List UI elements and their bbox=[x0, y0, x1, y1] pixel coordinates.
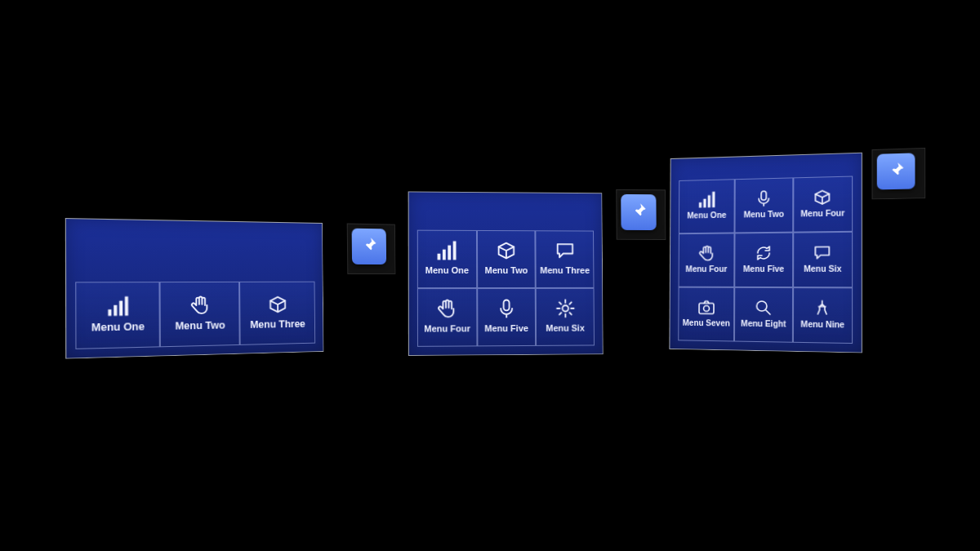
pin-button[interactable] bbox=[352, 229, 387, 264]
menu-label: Menu Two bbox=[175, 319, 225, 331]
pin-button-c-wrap bbox=[877, 153, 915, 189]
cube-icon bbox=[266, 293, 288, 316]
menu-tile-2[interactable]: Menu Two bbox=[159, 282, 239, 347]
cube-icon bbox=[495, 239, 518, 262]
pin-icon bbox=[630, 202, 648, 223]
menu-label: Menu Five bbox=[743, 264, 784, 273]
menu-label: Menu Five bbox=[484, 323, 528, 333]
hand-icon bbox=[435, 298, 458, 321]
hand-icon bbox=[697, 244, 716, 264]
menu-tile-1[interactable]: Menu One bbox=[75, 282, 160, 349]
menu-label: Menu Two bbox=[485, 265, 528, 275]
menu-label: Menu Eight bbox=[741, 319, 786, 329]
camera-icon bbox=[697, 298, 716, 318]
search-icon bbox=[753, 298, 773, 318]
mic-icon bbox=[495, 297, 518, 320]
menu-label: Menu One bbox=[91, 321, 145, 334]
menu-tile-7[interactable]: Menu Seven bbox=[678, 287, 734, 342]
bars-icon bbox=[105, 294, 130, 318]
hand-skeleton-icon bbox=[812, 298, 832, 318]
pin-button-b-wrap bbox=[621, 194, 657, 230]
menu-tile-5[interactable]: Menu Five bbox=[735, 233, 793, 287]
menu-label: Menu One bbox=[687, 211, 726, 220]
panel-1x3: Menu One Menu Two Menu Three bbox=[65, 218, 324, 359]
menu-label: Menu Six bbox=[546, 323, 585, 333]
menu-tile-5[interactable]: Menu Five bbox=[477, 288, 537, 347]
cube-icon bbox=[813, 188, 833, 208]
menu-tile-3[interactable]: Menu Three bbox=[536, 230, 595, 288]
hand-icon bbox=[189, 294, 212, 317]
menu-tile-1[interactable]: Menu One bbox=[417, 229, 477, 288]
menu-tile-3[interactable]: Menu Four bbox=[793, 176, 853, 233]
refresh-icon bbox=[754, 243, 774, 263]
menu-label: Menu Nine bbox=[800, 320, 844, 330]
bars-icon bbox=[435, 239, 458, 262]
mic-icon bbox=[754, 189, 774, 208]
menu-label: Menu Three bbox=[250, 318, 305, 331]
menu-tile-3[interactable]: Menu Three bbox=[239, 282, 315, 345]
menu-label: Menu One bbox=[425, 265, 469, 275]
menu-tile-2[interactable]: Menu Two bbox=[735, 178, 793, 233]
menu-tile-2[interactable]: Menu Two bbox=[477, 230, 536, 288]
menu-tile-4[interactable]: Menu Four bbox=[417, 288, 477, 347]
bars-icon bbox=[697, 190, 716, 210]
menu-tile-4[interactable]: Menu Four bbox=[679, 233, 735, 287]
menu-tile-1[interactable]: Menu One bbox=[679, 180, 735, 234]
menu-tile-8[interactable]: Menu Eight bbox=[734, 287, 792, 343]
chat-icon bbox=[812, 243, 832, 263]
pin-button[interactable] bbox=[621, 194, 657, 230]
menu-label: Menu Six bbox=[804, 264, 841, 273]
menu-tile-9[interactable]: Menu Nine bbox=[793, 287, 853, 344]
menu-label: Menu Seven bbox=[683, 318, 730, 328]
panel-2x3: Menu One Menu Two Menu Three Menu Four M… bbox=[408, 191, 604, 356]
menu-label: Menu Four bbox=[424, 324, 470, 334]
menu-label: Menu Four bbox=[686, 264, 728, 273]
pin-icon bbox=[360, 236, 377, 257]
menu-tile-6[interactable]: Menu Six bbox=[536, 288, 595, 346]
chat-icon bbox=[554, 239, 577, 262]
pin-button-a-wrap bbox=[352, 229, 387, 264]
panel-3x3: Menu One Menu Two Menu Four Menu Four Me… bbox=[669, 153, 862, 353]
menu-tile-6[interactable]: Menu Six bbox=[793, 232, 853, 287]
menu-label: Menu Two bbox=[744, 210, 784, 220]
pin-icon bbox=[886, 161, 905, 183]
menu-label: Menu Four bbox=[800, 209, 844, 219]
menu-label: Menu Three bbox=[540, 265, 590, 275]
gear-icon bbox=[554, 297, 577, 320]
pin-button[interactable] bbox=[877, 153, 915, 189]
